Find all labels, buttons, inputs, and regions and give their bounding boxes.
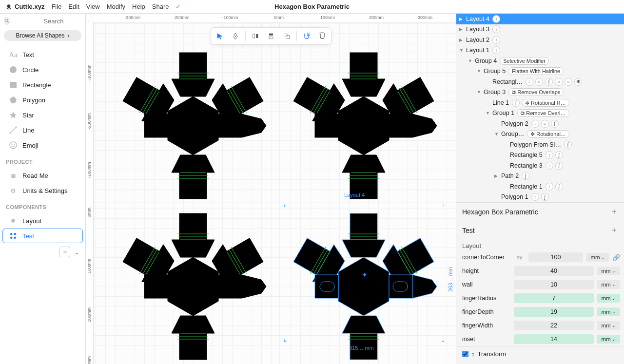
add-component-button[interactable]: ＋ [59,247,70,257]
layout-shape-3[interactable] [115,209,271,364]
mini-icon[interactable]: ↕ [546,162,553,170]
param-value-input[interactable]: 22 [514,321,594,330]
outline-row[interactable]: Rectangle 5↕∫ [456,150,624,161]
param-value-input[interactable]: 7 [514,293,594,303]
component-menu-button[interactable]: ⌄ [74,247,79,257]
add-param-button-2[interactable]: ＋ [610,225,618,235]
disclosure-icon[interactable]: ▼ [477,69,482,74]
mini-icon[interactable]: ↕ [492,36,500,44]
modifier-chip[interactable]: ⧉ Remove Overl… [517,109,569,117]
menu-share[interactable]: Share [152,3,169,10]
param-unit-select[interactable]: mm ⌄ [597,267,620,275]
star-shape[interactable]: Star [2,108,83,122]
circle-shape[interactable]: Circle [2,62,83,77]
layout-shape-4-selected[interactable] [286,209,442,364]
disclosure-icon[interactable]: ▶ [459,38,464,42]
param-unit-select[interactable]: mm ⌄ [597,294,620,303]
browse-all-shapes-button[interactable]: Browse All Shapes › [4,30,81,41]
selection-label[interactable]: Layout 4 [344,192,365,198]
mini-icon[interactable]: ∫ [555,162,563,170]
param-value-input[interactable]: 14 [514,334,594,344]
text-shape[interactable]: AaText [2,47,83,62]
param-unit-select[interactable]: mm ⌄ [597,280,620,289]
mini-icon[interactable]: ∫ [555,151,563,159]
outline-row[interactable]: ▼Group 3⧉ Remove Overlaps [456,87,624,98]
pen-tool[interactable] [229,30,242,42]
disclosure-icon[interactable]: ▶ [459,27,464,32]
modifier-chip[interactable]: ✲ Rotational R… [522,99,569,107]
rectangle-shape[interactable]: Rectangle [2,77,83,92]
mini-icon[interactable]: ↕ [492,46,500,54]
mini-icon[interactable]: ∫ [551,120,559,128]
param-unit-select[interactable]: mm ⌄ [597,307,620,316]
mini-icon[interactable]: ∫ [545,78,553,86]
layout-shape-1[interactable] [115,48,271,204]
link-icon[interactable]: 🔗 [612,254,620,261]
comp-test[interactable]: Test [2,229,83,243]
menu-help[interactable]: Help [132,3,145,10]
mini-icon[interactable]: ↕ [531,193,539,201]
document-title[interactable]: Hexagon Box Parametric [274,3,350,10]
read-me[interactable]: ≣Read Me [2,168,83,183]
outline-row[interactable]: ▶Path 2∫ [456,171,624,182]
mini-icon[interactable]: ↕ [531,120,539,128]
modifier-chip[interactable]: Flatten With Hairline [508,67,564,75]
outline-row[interactable]: ▼Layout 1↕ [456,45,624,56]
outline-row[interactable]: ▼Group 1⧉ Remove Overl… [456,108,624,119]
menu-edit[interactable]: Edit [68,3,79,10]
outline-row[interactable]: Polygon 1↕∫ [456,192,624,203]
outline-row[interactable]: ▶Layout 3↕ [456,24,624,35]
param-value-input[interactable]: 10 [514,280,594,289]
transform-checkbox[interactable] [462,351,468,357]
mini-icon[interactable]: ✱ [574,78,582,86]
disclosure-icon[interactable]: ▼ [459,48,464,53]
outline-row[interactable]: Rectangle 3↕∫ [456,160,624,171]
param-unit-select[interactable]: mm ⌄ [597,321,620,330]
param-value-input[interactable]: 19 [514,307,594,317]
copy-tool[interactable] [280,30,293,42]
mini-icon[interactable]: ∫ [512,99,520,107]
menu-view[interactable]: View [86,3,100,10]
line-shape[interactable]: Line [2,123,83,137]
mini-icon[interactable]: ∫ [555,183,563,191]
disclosure-icon[interactable]: ▼ [468,58,473,63]
mini-icon[interactable]: ↕ [546,183,553,191]
sel-corner-tr[interactable]: ⌝ [442,204,447,209]
flip-v-tool[interactable] [264,30,278,42]
menu-file[interactable]: File [51,3,61,10]
emoji-shape[interactable]: Emoji [2,138,83,153]
polygon-shape[interactable]: Polygon [2,93,83,107]
outline-row[interactable]: Line 1∫✲ Rotational R… [456,97,624,108]
modifier-chip[interactable]: ⧉ Remove Overlaps [508,88,564,96]
mini-icon[interactable]: ○ [535,78,543,86]
add-param-button[interactable]: ＋ [610,207,618,217]
outline-row[interactable]: Rectangl…↕○∫○○✱ [456,77,624,87]
sel-corner-bl[interactable]: ⌞ [284,335,289,340]
mini-icon[interactable]: ↕ [492,25,500,33]
outline-row[interactable]: Polygon From Si…∫ [456,139,624,150]
mini-icon[interactable]: ○ [555,78,563,86]
select-tool[interactable] [213,30,227,42]
app-logo[interactable]: Cuttle.xyz [5,3,44,11]
mini-icon[interactable]: ○ [565,78,572,86]
mini-icon[interactable]: ∫ [541,193,549,201]
disclosure-icon[interactable]: ▶ [494,173,499,178]
outline-row[interactable]: ▼Group 4Selective Modifier [456,56,624,66]
outline-row[interactable]: ▼Group…✲ Rotational… [456,129,624,140]
mini-icon[interactable]: ○ [541,120,549,128]
sel-corner-tl[interactable]: ⌜ [284,204,289,209]
snap-tool[interactable] [300,30,313,42]
selection-center-icon[interactable]: ✦ [362,271,368,279]
flip-h-tool[interactable] [249,30,262,42]
precision-tool[interactable] [315,30,329,42]
props-test-header[interactable]: Test ＋ [456,221,624,239]
param-unit-select[interactable]: mm ⌄ [586,253,609,262]
mini-icon[interactable]: ↕ [492,15,500,23]
param-unit-select[interactable]: mm ⌄ [597,335,620,344]
disclosure-icon[interactable]: ▼ [494,132,499,136]
disclosure-icon[interactable]: ▼ [477,90,482,95]
comp-layout[interactable]: Layout [2,213,83,228]
param-value-input[interactable]: 100 [528,252,583,262]
outline-row[interactable]: ▶Layout 4↕ [456,14,624,24]
sel-corner-br[interactable]: ⌟ [442,335,447,340]
